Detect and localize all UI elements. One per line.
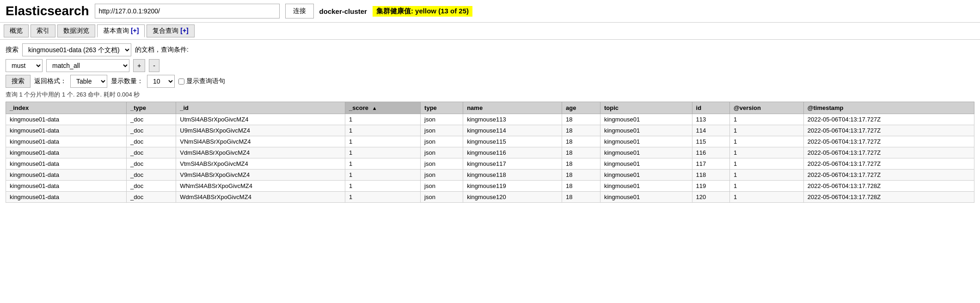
table-cell-age: 18 <box>562 158 600 170</box>
match-select[interactable]: match_all <box>46 59 129 72</box>
col-header-type2[interactable]: type <box>421 102 463 114</box>
col-header-name[interactable]: name <box>463 102 562 114</box>
table-cell-_id: VdmSl4ABSrXpoGivcMZ4 <box>176 147 345 158</box>
table-cell-topic: kingmouse01 <box>600 114 692 125</box>
table-cell-age: 18 <box>562 114 600 125</box>
table-row: kingmouse01-data_docV9mSl4ABSrXpoGivcMZ4… <box>6 170 974 181</box>
search-button[interactable]: 搜索 <box>6 75 31 88</box>
table-cell-age: 18 <box>562 181 600 192</box>
table-cell-at-timestamp: 2022-05-06T04:13:17.728Z <box>803 192 974 203</box>
table-row: kingmouse01-data_docU9mSl4ABSrXpoGivcMZ4… <box>6 125 974 136</box>
table-cell-_index: kingmouse01-data <box>6 125 127 136</box>
table-cell-type: json <box>421 192 463 203</box>
add-condition-button[interactable]: + <box>133 59 145 72</box>
table-cell-id: 115 <box>692 136 729 147</box>
connect-button[interactable]: 连接 <box>285 4 314 18</box>
table-cell-_type: _doc <box>126 125 176 136</box>
table-cell-_type: _doc <box>126 192 176 203</box>
nav-tabs: 概览 索引 数据浏览 基本查询 [+] 复合查询 [+] <box>0 23 980 40</box>
table-cell-at-timestamp: 2022-05-06T04:13:17.727Z <box>803 170 974 181</box>
table-cell-at-version: 1 <box>730 192 804 203</box>
basic-query-plus: [+] <box>131 27 139 34</box>
table-cell-at-timestamp: 2022-05-06T04:13:17.727Z <box>803 158 974 170</box>
col-header-age[interactable]: age <box>562 102 600 114</box>
table-cell-at-timestamp: 2022-05-06T04:13:17.727Z <box>803 136 974 147</box>
table-cell-at-version: 1 <box>730 147 804 158</box>
table-cell-_score: 1 <box>345 125 421 136</box>
header: Elasticsearch 连接 docker-cluster 集群健康值: y… <box>0 0 980 23</box>
show-query-checkbox[interactable] <box>178 79 184 85</box>
table-cell-at-version: 1 <box>730 158 804 170</box>
table-cell-_score: 1 <box>345 147 421 158</box>
search-label: 搜索 <box>6 46 18 54</box>
table-row: kingmouse01-data_docVNmSl4ABSrXpoGivcMZ4… <box>6 136 974 147</box>
table-cell-_id: U9mSl4ABSrXpoGivcMZ4 <box>176 125 345 136</box>
table-cell-_type: _doc <box>126 181 176 192</box>
cluster-name: docker-cluster <box>319 7 367 15</box>
app-container: Elasticsearch 连接 docker-cluster 集群健康值: y… <box>0 0 980 303</box>
table-cell-at-version: 1 <box>730 114 804 125</box>
table-row: kingmouse01-data_docWNmSl4ABSrXpoGivcMZ4… <box>6 181 974 192</box>
table-cell-at-timestamp: 2022-05-06T04:13:17.727Z <box>803 125 974 136</box>
table-cell-id: 117 <box>692 158 729 170</box>
col-header-id[interactable]: _id <box>176 102 345 114</box>
table-cell-_id: WNmSl4ABSrXpoGivcMZ4 <box>176 181 345 192</box>
table-row: kingmouse01-data_docUtmSl4ABSrXpoGivcMZ4… <box>6 114 974 125</box>
index-select[interactable]: kingmouse01-data (263 个文档) <box>22 43 131 56</box>
table-cell-_score: 1 <box>345 181 421 192</box>
table-cell-name: kingmouse118 <box>463 170 562 181</box>
count-select[interactable]: 10 20 50 <box>147 75 175 88</box>
table-cell-_index: kingmouse01-data <box>6 181 127 192</box>
show-query-label: 显示查询语句 <box>186 77 225 85</box>
table-cell-name: kingmouse117 <box>463 158 562 170</box>
must-select[interactable]: must <box>6 59 43 72</box>
table-cell-age: 18 <box>562 136 600 147</box>
table-cell-type: json <box>421 147 463 158</box>
table-cell-name: kingmouse114 <box>463 125 562 136</box>
tab-basic-query[interactable]: 基本查询 [+] <box>97 24 145 37</box>
col-header-timestamp[interactable]: @timestamp <box>803 102 974 114</box>
table-cell-_id: UtmSl4ABSrXpoGivcMZ4 <box>176 114 345 125</box>
tab-complex-query[interactable]: 复合查询 [+] <box>147 24 194 37</box>
tab-data-browse[interactable]: 数据浏览 <box>57 24 95 37</box>
table-cell-_index: kingmouse01-data <box>6 147 127 158</box>
table-cell-name: kingmouse120 <box>463 192 562 203</box>
col-header-version[interactable]: @version <box>730 102 804 114</box>
col-header-index[interactable]: _index <box>6 102 127 114</box>
query-row-2: must match_all + - <box>6 59 974 72</box>
table-cell-name: kingmouse116 <box>463 147 562 158</box>
show-query-checkbox-label[interactable]: 显示查询语句 <box>178 77 225 85</box>
table-cell-type: json <box>421 136 463 147</box>
table-cell-name: kingmouse119 <box>463 181 562 192</box>
col-header-id2[interactable]: id <box>692 102 729 114</box>
format-select[interactable]: Table JSON <box>70 75 107 88</box>
table-cell-_type: _doc <box>126 170 176 181</box>
table-cell-at-timestamp: 2022-05-06T04:13:17.727Z <box>803 114 974 125</box>
table-cell-type: json <box>421 181 463 192</box>
table-cell-_id: WdmSl4ABSrXpoGivcMZ4 <box>176 192 345 203</box>
col-header-type[interactable]: _type <box>126 102 176 114</box>
table-cell-_score: 1 <box>345 170 421 181</box>
query-row-3: 搜索 返回格式： Table JSON 显示数量： 10 20 50 显示查询语… <box>6 75 974 88</box>
table-cell-_index: kingmouse01-data <box>6 136 127 147</box>
table-cell-at-version: 1 <box>730 181 804 192</box>
app-title: Elasticsearch <box>6 4 89 18</box>
url-input[interactable] <box>95 4 280 18</box>
table-cell-_score: 1 <box>345 192 421 203</box>
tab-index[interactable]: 索引 <box>31 24 55 37</box>
table-cell-id: 113 <box>692 114 729 125</box>
table-cell-_type: _doc <box>126 136 176 147</box>
format-label: 返回格式： <box>34 77 67 85</box>
col-header-topic[interactable]: topic <box>600 102 692 114</box>
doc-label: 的文档，查询条件: <box>135 46 189 54</box>
tab-overview[interactable]: 概览 <box>4 24 29 37</box>
table-cell-topic: kingmouse01 <box>600 181 692 192</box>
table-cell-name: kingmouse113 <box>463 114 562 125</box>
query-row-1: 搜索 kingmouse01-data (263 个文档) 的文档，查询条件: <box>6 43 974 56</box>
table-cell-age: 18 <box>562 147 600 158</box>
remove-condition-button[interactable]: - <box>149 59 159 72</box>
table-cell-_index: kingmouse01-data <box>6 158 127 170</box>
table-cell-topic: kingmouse01 <box>600 136 692 147</box>
col-header-score[interactable]: _score ▲ <box>345 102 421 114</box>
count-label: 显示数量： <box>111 77 143 85</box>
